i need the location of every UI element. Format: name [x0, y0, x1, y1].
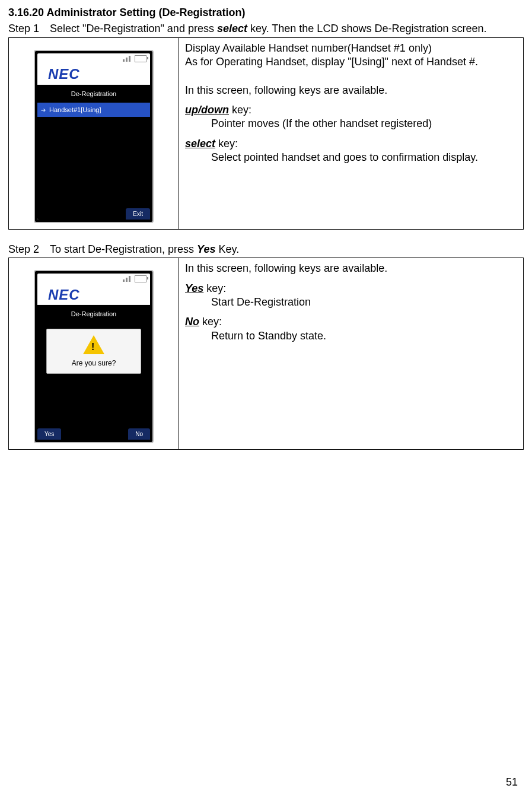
box2-no-head: No key: — [185, 315, 517, 329]
box1-updown-desc: Pointer moves (If the other handset regi… — [185, 117, 517, 131]
nec-logo: NEC — [37, 64, 150, 85]
step2-yes-word: Yes — [197, 243, 215, 255]
box2-yes-head: Yes key: — [185, 282, 517, 295]
section-heading: 3.16.20 Administrator Setting (De-Regist… — [8, 6, 524, 20]
box2-yes-desc: Start De-Registration — [185, 295, 517, 309]
no-word: No — [185, 316, 199, 328]
step-1-label: Step 1 — [8, 22, 50, 36]
lcd-body-2: Are you sure? Yes No — [37, 323, 150, 440]
popup-text: Are you sure? — [49, 359, 138, 368]
step1-box: NEC De-Registration Handset#1[Using] . E… — [8, 37, 524, 230]
softkey-row: . Exit — [37, 206, 150, 220]
select-key-word: key: — [215, 138, 238, 150]
softkey-exit: Exit — [126, 208, 150, 220]
nec-logo-2: NEC — [37, 284, 150, 305]
updown-word: up/down — [185, 104, 229, 116]
step2-part2: Key. — [215, 243, 239, 255]
step2-desc-cell: In this screen, following keys are avail… — [179, 258, 523, 449]
battery-icon — [135, 55, 146, 62]
step-2: Step 2 To start De-Registration, press Y… — [8, 243, 524, 256]
step-1: Step 1 Select "De-Registration" and pres… — [8, 22, 524, 36]
box1-line1: Display Available Handset number(Handset… — [185, 42, 517, 55]
signal-icon-2 — [123, 276, 131, 282]
softkey-yes: Yes — [37, 428, 61, 440]
step-1-text: Select "De-Registration" and press selec… — [50, 22, 524, 36]
box2-no-desc: Return to Standby state. — [185, 329, 517, 343]
signal-icon — [123, 56, 131, 62]
screen-title-2: De-Registration — [37, 305, 150, 323]
step1-phone-cell: NEC De-Registration Handset#1[Using] . E… — [9, 38, 179, 229]
step1-part2: key. Then the LCD shows De-Registration … — [247, 23, 487, 34]
box1-updown-head: up/down key: — [185, 103, 517, 117]
box2-line1: In this screen, following keys are avail… — [185, 262, 517, 275]
box1-line2: As for Operating Handset, display "[Usin… — [185, 55, 517, 69]
step1-part1: Select "De-Registration" and press — [50, 23, 217, 34]
warning-icon — [83, 335, 104, 354]
lcd-2: NEC De-Registration Are you sure? Yes No — [37, 274, 150, 440]
step1-select-word: select — [217, 23, 247, 34]
lcd-status-bar — [37, 53, 150, 64]
step2-box: NEC De-Registration Are you sure? Yes No… — [8, 258, 524, 450]
box1-select-desc: Select pointed handset and goes to confi… — [185, 151, 517, 164]
phone-mock-1: NEC De-Registration Handset#1[Using] . E… — [34, 50, 154, 223]
box1-select-head: select key: — [185, 137, 517, 151]
step2-part1: To start De-Registration, press — [50, 243, 197, 255]
softkey-no: No — [128, 428, 150, 440]
pointer-icon — [41, 106, 46, 114]
step-2-label: Step 2 — [8, 243, 50, 256]
box1-line3: In this screen, following keys are avail… — [185, 84, 517, 97]
confirm-popup: Are you sure? — [46, 329, 141, 374]
softkey-row-2: Yes No — [37, 427, 150, 440]
select-word: select — [185, 138, 215, 150]
screen-title: De-Registration — [37, 85, 150, 103]
handset-row-text: Handset#1[Using] — [49, 106, 101, 114]
handset-row: Handset#1[Using] — [37, 103, 150, 117]
battery-icon-2 — [135, 275, 146, 282]
lcd-body: . Exit — [37, 117, 150, 220]
lcd-status-bar-2 — [37, 274, 150, 284]
yes-word: Yes — [185, 282, 203, 294]
phone-mock-2: NEC De-Registration Are you sure? Yes No — [34, 270, 154, 443]
updown-key-word: key: — [229, 104, 251, 116]
lcd-1: NEC De-Registration Handset#1[Using] . E… — [37, 53, 150, 220]
no-key-word: key: — [199, 316, 222, 328]
step2-phone-cell: NEC De-Registration Are you sure? Yes No — [9, 258, 179, 449]
yes-key-word: key: — [203, 282, 226, 294]
step1-desc-cell: Display Available Handset number(Handset… — [179, 38, 523, 229]
step-2-text: To start De-Registration, press Yes Key. — [50, 243, 524, 256]
